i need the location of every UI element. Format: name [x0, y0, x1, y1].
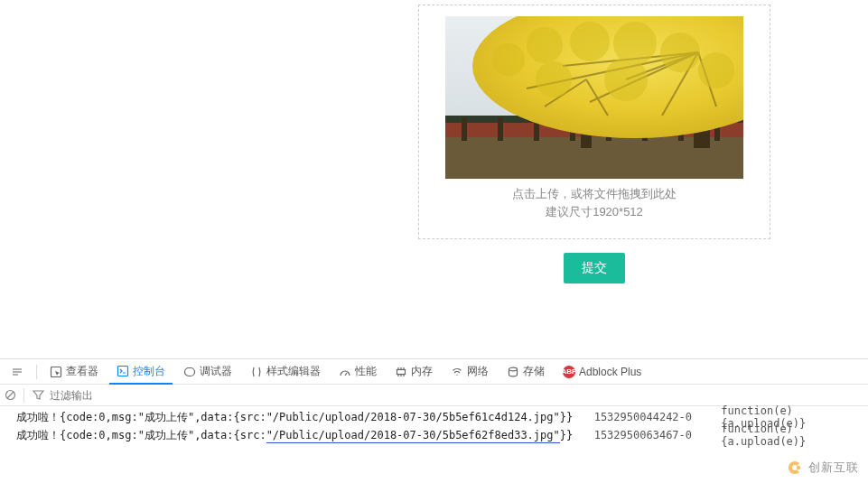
tab-memory[interactable]: 内存 [387, 359, 440, 385]
devtools-overflow-button[interactable] [4, 359, 31, 385]
log-source[interactable]: function(e){a.upload(e)} [721, 423, 868, 448]
separator [23, 388, 24, 403]
debugger-icon [183, 366, 196, 378]
tab-label: 控制台 [133, 364, 165, 379]
log-timestamp: 1532950063467-0 [594, 429, 722, 441]
log-message: 成功啦！{code:0,msg:"成功上传",data:{src:"/Publi… [0, 410, 594, 425]
svg-rect-26 [397, 369, 406, 374]
tab-performance[interactable]: 性能 [331, 359, 384, 385]
storage-icon [507, 366, 519, 378]
tab-label: 存储 [523, 364, 545, 379]
tab-label: 内存 [411, 364, 433, 379]
svg-point-18 [613, 22, 657, 65]
logo-text: 创新互联 [808, 460, 859, 476]
logo-icon [785, 458, 805, 478]
separator [36, 365, 37, 379]
tab-console[interactable]: 控制台 [109, 359, 173, 385]
svg-point-22 [604, 58, 648, 101]
tab-label: 性能 [355, 364, 377, 379]
upload-dropzone[interactable]: 点击上传，或将文件拖拽到此处 建议尺寸1920*512 [418, 5, 770, 239]
filter-icon[interactable] [32, 389, 44, 402]
console-icon [117, 365, 129, 377]
log-timestamp: 1532950044242-0 [594, 411, 722, 423]
watermark-logo: 创新互联 [785, 458, 859, 478]
devtools-tabbar: 查看器 控制台 调试器 样式编辑器 性能 [0, 359, 868, 385]
network-icon [451, 366, 463, 378]
preview-image [445, 16, 743, 179]
devtools-panel: 查看器 控制台 调试器 样式编辑器 性能 [0, 358, 868, 446]
tab-network[interactable]: 网络 [443, 359, 496, 385]
submit-wrap: 提交 [418, 253, 770, 283]
log-message: 成功啦！{code:0,msg:"成功上传",data:{src:"/Publi… [0, 428, 594, 443]
svg-rect-4 [462, 117, 467, 141]
svg-point-29 [797, 466, 800, 469]
tab-label: 查看器 [66, 364, 98, 379]
filter-input[interactable] [50, 389, 230, 402]
svg-point-20 [698, 52, 734, 88]
inspector-icon [50, 366, 62, 378]
console-log-list: 成功啦！{code:0,msg:"成功上传",data:{src:"/Publi… [0, 406, 868, 446]
svg-point-17 [570, 22, 610, 61]
tab-style-editor[interactable]: 样式编辑器 [243, 359, 328, 385]
svg-point-27 [509, 367, 518, 371]
svg-point-16 [527, 27, 563, 63]
upload-size-hint: 建议尺寸1920*512 [546, 204, 643, 220]
upload-hint-text: 点击上传，或将文件拖拽到此处 [512, 186, 677, 202]
clear-icon[interactable] [4, 389, 16, 402]
adblock-icon: ABP [563, 366, 575, 378]
tab-label: 网络 [467, 364, 489, 379]
svg-rect-5 [498, 117, 503, 141]
tab-label: Adblock Plus [579, 366, 641, 378]
overflow-icon [11, 366, 23, 378]
tab-label: 样式编辑器 [266, 364, 321, 379]
svg-rect-24 [118, 367, 128, 376]
svg-point-19 [660, 33, 700, 72]
svg-point-15 [492, 43, 525, 76]
tab-debugger[interactable]: 调试器 [176, 359, 239, 385]
tab-inspector[interactable]: 查看器 [42, 359, 106, 385]
svg-rect-25 [185, 367, 195, 376]
console-filterbar [0, 385, 868, 406]
tab-adblock[interactable]: ABP Adblock Plus [555, 359, 649, 385]
memory-icon [395, 366, 407, 378]
console-log-row[interactable]: 成功啦！{code:0,msg:"成功上传",data:{src:"/Publi… [0, 426, 868, 444]
tab-label: 调试器 [200, 364, 232, 379]
svg-point-21 [536, 61, 572, 98]
performance-icon [339, 366, 351, 378]
submit-button[interactable]: 提交 [564, 253, 625, 283]
style-icon [250, 366, 263, 378]
tab-storage[interactable]: 存储 [499, 359, 552, 385]
image-preview [445, 16, 743, 179]
